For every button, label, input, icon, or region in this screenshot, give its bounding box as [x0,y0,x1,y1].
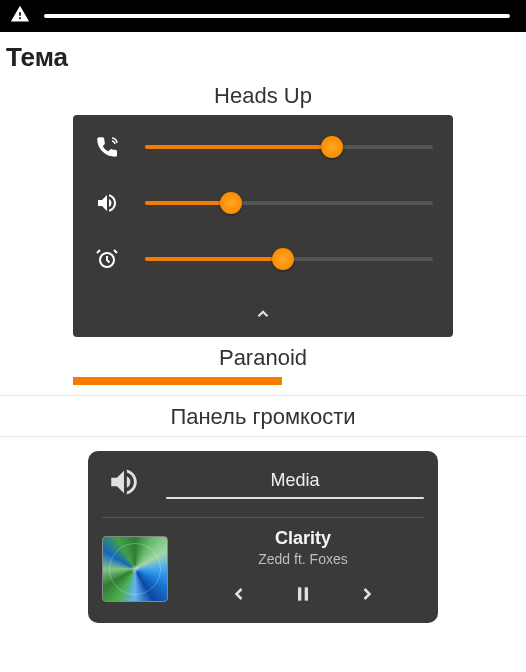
svg-rect-2 [305,587,308,600]
chevron-right-icon [357,584,377,604]
svg-rect-1 [298,587,301,600]
media-label: Media [270,470,319,491]
section-headsup-label: Heads Up [0,75,526,115]
headsup-card [73,115,453,337]
alarm-volume-row [93,245,433,273]
status-progress [44,14,510,18]
media-volume-slider[interactable] [166,497,424,499]
ringer-volume-slider[interactable] [145,135,433,159]
ringer-volume-row [93,133,433,161]
album-art [102,536,168,602]
collapse-button[interactable] [93,301,433,329]
volume-panel-card: Media Clarity Zedd ft. Foxes [88,451,438,623]
speaker-icon [107,465,141,503]
next-button[interactable] [352,579,382,609]
previous-button[interactable] [224,579,254,609]
paranoid-progress[interactable] [73,377,453,385]
section-volume-panel-label: Панель громкости [0,396,526,436]
page-title: Тема [0,32,526,75]
pause-button[interactable] [288,579,318,609]
now-playing: Clarity Zedd ft. Foxes [102,528,424,609]
warning-icon [10,4,30,28]
phone-ringing-icon [93,133,121,161]
sound-volume-slider[interactable] [145,191,433,215]
section-paranoid-label: Paranoid [0,337,526,377]
divider [0,436,526,437]
alarm-volume-slider[interactable] [145,247,433,271]
media-volume-row: Media [102,465,424,503]
card-divider [102,517,424,518]
speaker-icon [93,189,121,217]
alarm-clock-icon [93,245,121,273]
pause-icon [293,584,313,604]
track-title: Clarity [275,528,331,549]
sound-volume-row [93,189,433,217]
track-artist: Zedd ft. Foxes [258,551,347,567]
status-bar [0,0,526,32]
chevron-left-icon [229,584,249,604]
chevron-up-icon [250,305,276,323]
